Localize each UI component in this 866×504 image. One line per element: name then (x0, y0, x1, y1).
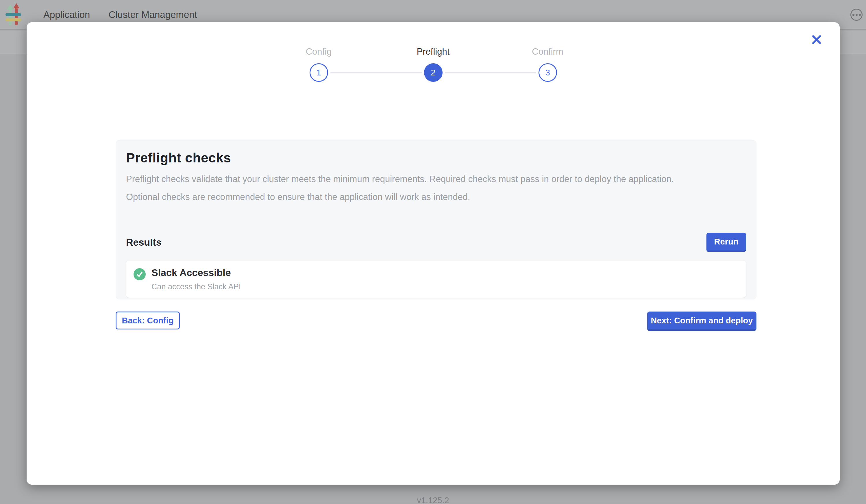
step-config-label: Config (306, 46, 332, 57)
nav-tab-application[interactable]: Application (43, 9, 90, 20)
overflow-menu-icon[interactable] (851, 9, 863, 21)
step-confirm[interactable]: Confirm 3 (539, 63, 557, 82)
next-confirm-deploy-button[interactable]: Next: Confirm and deploy (647, 312, 756, 331)
check-result-row: Slack Accessible Can access the Slack AP… (126, 261, 746, 298)
step-preflight-circle[interactable]: 2 (424, 63, 443, 82)
results-heading: Results (126, 237, 162, 248)
rerun-button[interactable]: Rerun (707, 233, 746, 252)
check-name: Slack Accessible (152, 267, 241, 278)
close-icon[interactable] (810, 33, 823, 46)
stepper-connector (330, 72, 422, 74)
app-version-label: v1.125.2 (0, 496, 866, 504)
app-logo-icon (5, 3, 21, 26)
nav-tab-cluster-management[interactable]: Cluster Management (108, 9, 197, 20)
back-config-button[interactable]: Back: Config (115, 312, 180, 329)
nav-tabs: Application Cluster Management (43, 9, 197, 20)
step-confirm-label: Confirm (532, 46, 563, 57)
step-confirm-circle[interactable]: 3 (539, 63, 557, 82)
step-preflight[interactable]: Preflight 2 (424, 63, 443, 82)
step-config-circle[interactable]: 1 (310, 63, 328, 82)
card-description: Preflight checks validate that your clus… (126, 170, 698, 206)
wizard-stepper: Config 1 Preflight 2 Confirm 3 (310, 47, 557, 82)
preflight-modal: Config 1 Preflight 2 Confirm 3 Preflight… (26, 22, 840, 485)
check-pass-icon (134, 268, 146, 280)
stepper-connector (445, 72, 536, 74)
card-title: Preflight checks (126, 150, 746, 166)
preflight-checks-card: Preflight checks Preflight checks valida… (115, 140, 756, 299)
step-config[interactable]: Config 1 (310, 63, 328, 82)
step-preflight-label: Preflight (417, 46, 450, 57)
check-detail: Can access the Slack API (152, 282, 241, 291)
